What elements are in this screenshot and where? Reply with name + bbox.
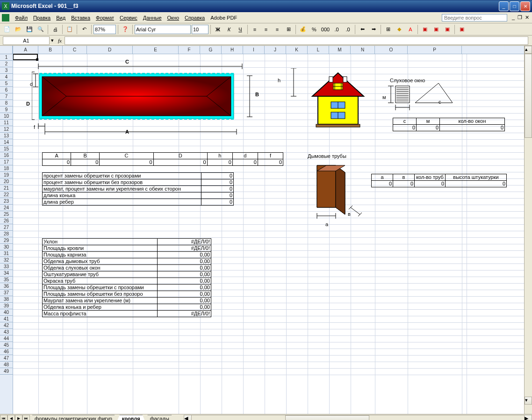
mdi-minimize[interactable]: _ — [511, 14, 516, 21]
scroll-up-button[interactable]: ▴ — [525, 46, 532, 54]
row-header-14[interactable]: 14 — [0, 139, 13, 146]
indent-inc-button[interactable]: ➡ — [368, 24, 379, 35]
row-header-49[interactable]: 49 — [0, 368, 13, 375]
open-button[interactable]: 📂 — [13, 24, 23, 35]
menu-insert[interactable]: Вставка — [68, 14, 93, 21]
undo-button[interactable]: ↶ — [79, 24, 89, 35]
tab-krovlya[interactable]: кровля — [117, 415, 145, 420]
row-header-26[interactable]: 26 — [0, 218, 13, 224]
chimney-table[interactable]: авкол-во трубвысота штукатурки 0000 — [371, 174, 507, 187]
vertical-scrollbar[interactable]: ▴ ▾ — [524, 46, 532, 414]
percent-button[interactable]: % — [309, 24, 319, 35]
row-header-27[interactable]: 27 — [0, 224, 13, 231]
row-header-45[interactable]: 45 — [0, 342, 13, 349]
menu-help[interactable]: Справка — [182, 14, 208, 21]
row-header-25[interactable]: 25 — [0, 211, 13, 218]
comma-button[interactable]: 000 — [320, 24, 331, 35]
help-button[interactable]: ❓ — [120, 24, 130, 35]
row-header-12[interactable]: 12 — [0, 126, 13, 133]
row-header-35[interactable]: 35 — [0, 277, 13, 283]
row-header-11[interactable]: 11 — [0, 120, 13, 126]
font-combo[interactable] — [135, 25, 191, 34]
maximize-button[interactable]: □ — [510, 1, 519, 11]
align-center-button[interactable]: ≡ — [261, 24, 271, 35]
menu-tools[interactable]: Сервис — [117, 14, 140, 21]
borders-button[interactable]: ⊞ — [383, 24, 393, 35]
row-header-29[interactable]: 29 — [0, 237, 13, 244]
tab-nav-last[interactable]: ⏭ — [22, 415, 30, 420]
row-header-15[interactable]: 15 — [0, 146, 13, 152]
col-header-P[interactable]: P — [408, 46, 462, 54]
row-header-37[interactable]: 37 — [0, 290, 13, 296]
col-header-G[interactable]: G — [200, 46, 222, 54]
merge-button[interactable]: ⊞ — [283, 24, 294, 35]
col-header-F[interactable]: F — [179, 46, 200, 54]
row-header-5[interactable]: 5 — [0, 80, 13, 87]
currency-button[interactable]: 💰 — [298, 24, 308, 35]
new-button[interactable]: 📄 — [2, 24, 12, 35]
row-header-1[interactable]: 1 — [0, 54, 13, 61]
col-header-M[interactable]: M — [329, 46, 351, 54]
fontsize-combo[interactable] — [192, 25, 208, 34]
pdf-button-3[interactable]: ▣ — [442, 24, 453, 35]
align-right-button[interactable]: ≡ — [272, 24, 282, 35]
scroll-thumb[interactable] — [525, 54, 532, 138]
menu-format[interactable]: Формат — [93, 14, 117, 21]
row-header-44[interactable]: 44 — [0, 335, 13, 342]
col-header-E[interactable]: E — [133, 46, 179, 54]
row-header-39[interactable]: 39 — [0, 303, 13, 309]
col-header-C[interactable]: C — [63, 46, 87, 54]
menu-edit[interactable]: Правка — [30, 14, 53, 21]
col-header-H[interactable]: H — [222, 46, 243, 54]
tab-nav-next[interactable]: ▶ — [15, 415, 22, 420]
row-header-19[interactable]: 19 — [0, 172, 13, 178]
print-preview-button[interactable]: 🔍 — [36, 24, 46, 35]
paste-button[interactable]: 📋 — [65, 24, 75, 35]
close-button[interactable]: ✕ — [520, 1, 530, 11]
tab-fasady[interactable]: фасады — [145, 415, 174, 420]
pdf-button-1[interactable]: ▣ — [420, 24, 430, 35]
row-header-18[interactable]: 18 — [0, 165, 13, 172]
tab-nav-first[interactable]: ⏮ — [0, 415, 7, 420]
tab-formulas[interactable]: формулы геометрических фигур — [29, 415, 117, 420]
row-header-46[interactable]: 46 — [0, 349, 13, 355]
pdf-button-2[interactable]: ▣ — [431, 24, 441, 35]
select-all-corner[interactable] — [0, 46, 13, 54]
row-header-21[interactable]: 21 — [0, 185, 13, 192]
row-header-22[interactable]: 22 — [0, 192, 13, 198]
question-input[interactable] — [442, 14, 507, 21]
row-header-7[interactable]: 7 — [0, 93, 13, 100]
indent-dec-button[interactable]: ⬅ — [357, 24, 367, 35]
row-header-32[interactable]: 32 — [0, 257, 13, 263]
bold-button[interactable]: Ж — [213, 24, 223, 35]
col-header-N[interactable]: N — [351, 46, 375, 54]
scroll-down-button[interactable]: ▾ — [525, 397, 532, 405]
italic-button[interactable]: К — [224, 24, 234, 35]
row-header-28[interactable]: 28 — [0, 231, 13, 237]
col-header-K[interactable]: K — [286, 46, 308, 54]
col-header-D[interactable]: D — [87, 46, 133, 54]
row-header-48[interactable]: 48 — [0, 362, 13, 368]
row-header-3[interactable]: 3 — [0, 67, 13, 74]
col-header-O[interactable]: O — [375, 46, 408, 54]
row-header-4[interactable]: 4 — [0, 74, 13, 80]
row-header-17[interactable]: 17 — [0, 159, 13, 165]
doc-icon[interactable] — [2, 14, 9, 21]
col-header-B[interactable]: B — [38, 46, 63, 54]
mdi-restore[interactable]: ❐ — [517, 14, 523, 21]
col-header-A[interactable]: A — [13, 46, 38, 54]
formula-bar[interactable] — [65, 36, 528, 45]
row-header-38[interactable]: 38 — [0, 296, 13, 303]
save-button[interactable]: 💾 — [24, 24, 35, 35]
name-box[interactable]: A1 — [3, 36, 50, 45]
underline-button[interactable]: Ч — [235, 24, 245, 35]
grid[interactable]: C A B D d f h Слуховое окно — [13, 54, 524, 414]
row-header-30[interactable]: 30 — [0, 244, 13, 250]
align-left-button[interactable]: ≡ — [250, 24, 260, 35]
horizontal-scrollbar[interactable]: ◀ ▶ — [184, 415, 532, 420]
row-header-34[interactable]: 34 — [0, 270, 13, 277]
results-table[interactable]: Уклон#ДЕЛ/0! Площадь кровли#ДЕЛ/0! Площа… — [42, 238, 211, 317]
pdf-button-4[interactable]: ▣ — [457, 24, 467, 35]
dormer-table[interactable]: смкол-во окон 000 — [393, 118, 505, 131]
scroll-right-button[interactable]: ▶ — [524, 415, 532, 420]
